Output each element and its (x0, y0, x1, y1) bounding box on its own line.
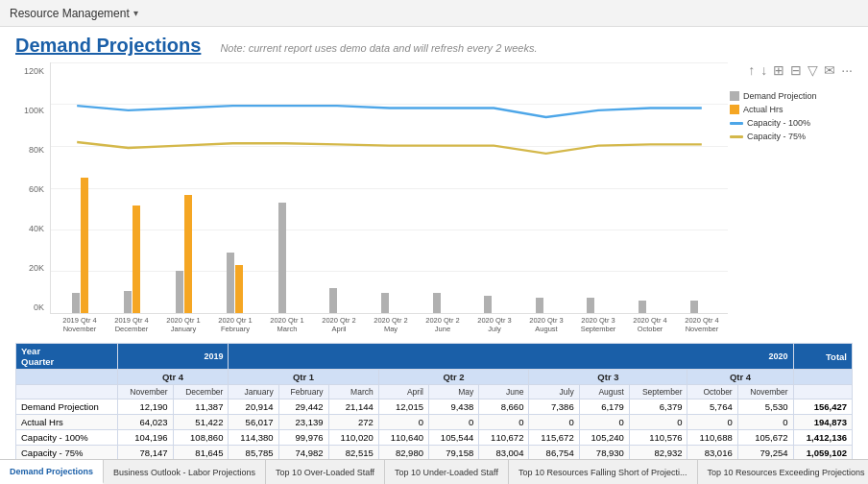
th-qtr2-2020: Qtr 2 (378, 370, 529, 385)
y-label-80k: 80K (29, 145, 44, 155)
x-axis-labels: 2019 Qtr 4November 2019 Qtr 4December 20… (50, 314, 728, 341)
legend-demand: Demand Projection (730, 91, 853, 101)
y-label-100k: 100K (24, 106, 44, 115)
bar-group-12 (621, 62, 673, 313)
th-year-quarter: YearQuarter (16, 344, 118, 370)
td-cap75-dec19: 81,645 (173, 446, 229, 460)
x-label-9: 2020 Qtr 3July (469, 314, 520, 341)
td-cap100-feb: 99,976 (278, 430, 328, 446)
bar-group-10 (518, 62, 569, 313)
page-title: Demand Projections (15, 35, 201, 57)
tab-demand-projections[interactable]: Demand Projections (0, 460, 104, 484)
td-cap100-jul: 115,672 (529, 430, 579, 446)
td-demand-oct: 5,764 (687, 399, 737, 415)
tab-top10-underloaded[interactable]: Top 10 Under-Loaded Staff (385, 460, 509, 484)
td-actual-jul: 0 (529, 415, 579, 430)
legend-cap100-color (730, 122, 743, 125)
bar-group-4 (209, 62, 261, 313)
legend-cap75-label: Capacity - 75% (747, 132, 806, 141)
y-label-40k: 40K (29, 224, 44, 233)
data-table: YearQuarter 2019 2020 Total Qtr 4 Qtr 1 … (15, 343, 853, 459)
legend-cap75: Capacity - 75% (730, 132, 853, 141)
bar-group-13 (672, 62, 724, 313)
filter-icon[interactable]: ▽ (808, 62, 818, 78)
td-cap75-may: 79,158 (428, 446, 478, 460)
td-cap75-jan: 85,785 (229, 446, 278, 460)
tab-top10-short[interactable]: Top 10 Resources Falling Short of Projec… (509, 460, 698, 484)
bar-actual-4 (235, 265, 243, 313)
th-total-blank (793, 370, 852, 385)
td-cap100-apr: 110,640 (378, 430, 428, 446)
bar-demand-8 (433, 293, 441, 313)
tab-top10-overloaded[interactable]: Top 10 Over-Loaded Staff (266, 460, 385, 484)
td-actual-may: 0 (428, 415, 478, 430)
x-label-5: 2020 Qtr 1March (261, 314, 313, 341)
th-qtr3-2020: Qtr 3 (529, 370, 687, 385)
data-table-container: YearQuarter 2019 2020 Total Qtr 4 Qtr 1 … (15, 343, 853, 459)
legend-cap75-color (730, 135, 743, 138)
th-total: Total (793, 344, 852, 370)
x-label-6: 2020 Qtr 2April (313, 314, 365, 341)
td-demand-jul: 7,386 (529, 399, 579, 415)
td-demand-total: 156,427 (793, 399, 852, 415)
x-label-2: 2019 Qtr 4December (106, 314, 157, 341)
td-cap75-label: Capacity - 75% (16, 446, 118, 460)
note-text: Note: current report uses demo data and … (220, 42, 537, 54)
tab-bar: Demand Projections Business Outlook - La… (0, 459, 868, 484)
bars-container (51, 62, 728, 313)
td-cap100-oct: 110,688 (687, 430, 737, 446)
app-title-text: Resource Management (10, 7, 130, 20)
bar-demand-1 (72, 293, 80, 313)
tab-top10-exceeding[interactable]: Top 10 Resources Exceeding Projections (698, 460, 868, 484)
more-icon[interactable]: ··· (841, 62, 853, 78)
td-cap100-mar: 110,020 (328, 430, 378, 446)
td-actual-sep: 0 (629, 415, 687, 430)
bar-demand-12 (639, 301, 646, 313)
expand-icon[interactable]: ⊞ (773, 62, 784, 78)
bar-demand-2 (124, 291, 132, 313)
bar-group-1 (55, 62, 107, 313)
sort-desc-icon[interactable]: ↓ (760, 62, 767, 78)
sort-asc-icon[interactable]: ↑ (748, 62, 755, 78)
td-cap100-total: 1,412,136 (793, 430, 852, 446)
chart-body: 2019 Qtr 4November 2019 Qtr 4December 20… (50, 62, 728, 341)
x-label-8: 2020 Qtr 2June (417, 314, 469, 341)
td-actual-aug: 0 (579, 415, 629, 430)
bar-demand-3 (176, 271, 183, 313)
th-qtr1-2020: Qtr 1 (229, 370, 378, 385)
bar-demand-4 (227, 253, 234, 313)
tab-business-outlook[interactable]: Business Outlook - Labor Projections (104, 460, 266, 484)
chart-plot (50, 62, 728, 314)
td-cap75-apr: 82,980 (378, 446, 428, 460)
td-actual-total: 194,873 (793, 415, 852, 430)
bar-group-5 (260, 62, 312, 313)
td-demand-nov20: 5,530 (737, 399, 793, 415)
td-demand-label: Demand Projection (16, 399, 118, 415)
x-label-11: 2020 Qtr 3September (572, 314, 624, 341)
legend-cap100-label: Capacity - 100% (747, 118, 810, 128)
legend-demand-color (730, 91, 739, 101)
chart-area: ↑ ↓ ⊞ ⊟ ▽ ✉ ··· 120K 100K 80K 60K 40K 20… (15, 62, 853, 341)
th-total-months (793, 385, 852, 399)
bar-demand-6 (329, 288, 337, 313)
bar-actual-1 (81, 178, 88, 313)
td-cap100-jun: 110,672 (479, 430, 529, 446)
app-title[interactable]: Resource Management ▾ (10, 7, 138, 20)
td-cap75-feb: 74,982 (278, 446, 328, 460)
bar-group-9 (467, 62, 518, 313)
th-september: September (629, 385, 687, 399)
collapse-icon[interactable]: ⊟ (790, 62, 802, 78)
th-qtr4-2019: Qtr 4 (117, 370, 229, 385)
bar-actual-2 (133, 206, 140, 313)
td-actual-jan: 56,017 (229, 415, 278, 430)
bar-demand-5 (278, 203, 286, 313)
x-label-13: 2020 Qtr 4November (676, 314, 728, 341)
th-march: March (328, 385, 378, 399)
share-icon[interactable]: ✉ (824, 62, 835, 78)
table-row-cap75: Capacity - 75% 78,147 81,645 85,785 74,9… (16, 446, 853, 460)
bar-demand-13 (690, 301, 698, 313)
td-actual-nov19: 64,023 (117, 415, 173, 430)
y-axis: 120K 100K 80K 60K 40K 20K 0K (15, 62, 50, 341)
td-demand-aug: 6,179 (579, 399, 629, 415)
th-april: April (378, 385, 428, 399)
